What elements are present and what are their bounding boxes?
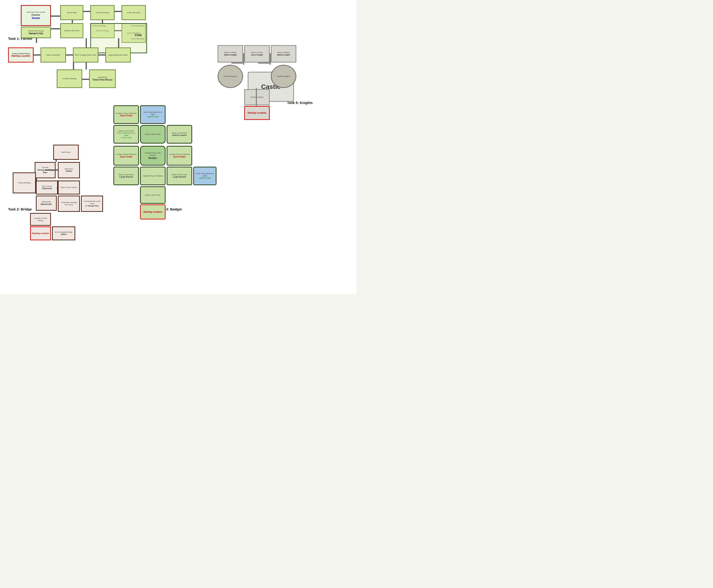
connv4	[86, 38, 87, 47]
room-pathway: A Pathway Through the Forest	[58, 196, 80, 212]
room-grey: Room of Grey Grey Knight	[244, 45, 270, 63]
conn2	[114, 11, 122, 12]
conn-t5-3	[231, 63, 244, 64]
conn-fh2	[51, 28, 60, 29]
room-forest-nw: Deep in the Forest A few small patches o…	[113, 125, 139, 144]
room-white: Room of White White Knight	[217, 45, 243, 63]
room-bushes-sw: A Large Group of Bushes Upset Snake	[113, 146, 139, 166]
room-farm-house-area: At the Farm House Farmer's Cat	[21, 27, 51, 38]
room-t1-start: A Well-Traveled Road Starting Location	[8, 47, 34, 63]
conn-t5-5	[256, 88, 257, 106]
room-dungeon-s: Castle Dungeon	[244, 89, 270, 105]
room-forest-s: Deep in the Forest	[140, 186, 166, 204]
room-water-se: A few small patches of water search mold	[193, 167, 216, 185]
room-t5-start: Starting Location	[244, 106, 270, 120]
room-bushes-nw: A Large Group of Bushes Upset Snake	[113, 105, 139, 124]
room-break-trees: A Small Break in the Trees A Young Tree	[81, 196, 103, 212]
room-bushes-e: A Large Group of Bushes Upset Snake	[167, 146, 192, 166]
connv3	[36, 38, 37, 43]
conn5	[98, 55, 105, 56]
room-open-farmlands: Open Farmlands	[41, 47, 66, 63]
room-tall-grass-2: In the Tall Grass	[122, 5, 146, 20]
room-tall-grass-1: In the Tall Grass	[90, 5, 114, 20]
conn-t5-4	[258, 63, 271, 64]
room-small-clearing: A Small Clearing	[57, 69, 82, 88]
room-backroom: Backroom Galina	[58, 162, 80, 178]
room-dungeon-w: Castle Dungeon	[217, 65, 243, 88]
room-damaged-bridge: At a Damaged Bridge Jalure	[52, 226, 75, 240]
connv2	[102, 20, 103, 23]
task2-label: Task 2: Bridge	[8, 207, 32, 211]
room-water-n: A few small patches of water search mold	[140, 105, 166, 124]
map-container: Task 1: Farmer Inside the Farm House Far…	[0, 0, 356, 294]
room-forest-ne: Deep in the Forest Search Leaves	[167, 125, 192, 144]
room-town-center: Town Center Chipmunk	[36, 181, 58, 194]
conn-t2-1	[45, 169, 58, 171]
room-end-path: End of Path	[60, 5, 83, 20]
room-underbrush: Underbrush Timid Field Mouse	[89, 69, 116, 88]
room-forest-se: Deep in the Forest Large Branch	[167, 167, 192, 185]
room-t3-start: Starting Location	[140, 204, 166, 219]
room-dungeon-e: Castle Dungeon	[271, 65, 296, 88]
room-approaching: Approaching the Fields	[105, 47, 131, 63]
room-hole-badger: A Small Hole In the Ground Badger	[140, 146, 166, 166]
room-forest-center: Deep in the Forest	[140, 125, 166, 144]
connv7	[86, 63, 87, 69]
conn-fh	[51, 16, 60, 17]
connv1	[72, 20, 73, 23]
connv-t2-3	[57, 188, 58, 189]
connv-t2-2	[36, 178, 37, 181]
room-t2-start: Starting Location	[30, 226, 51, 240]
room-east-town: East of Town Center	[58, 181, 80, 194]
conn1	[83, 11, 90, 12]
connv6	[73, 63, 74, 69]
room-vacant: Vacant Building	[13, 172, 36, 193]
connv5	[118, 38, 119, 47]
conn-start	[34, 55, 41, 56]
room-blacksmith: Blacksmith Blacksmith	[36, 196, 57, 211]
room-farmhouse: Inside the Farm House Farmer house	[21, 5, 51, 26]
conn6	[82, 79, 89, 80]
room-path-trees: Path Through Small Trees	[73, 47, 98, 63]
room-forest-sw2: Deep in the Forest Large Branch	[113, 167, 139, 185]
room-approaching-clearing: Approaching a Clearing	[140, 167, 166, 185]
conn4	[66, 55, 73, 56]
connv-t2-1	[56, 160, 57, 162]
room-leaving: Leaving a Thick Woods	[30, 213, 51, 226]
room-closer-farm: Closer to the Farm	[60, 23, 83, 38]
room-black: Room of Black Black Knight	[271, 45, 296, 63]
room-dark-room: Dark Room	[53, 145, 79, 160]
